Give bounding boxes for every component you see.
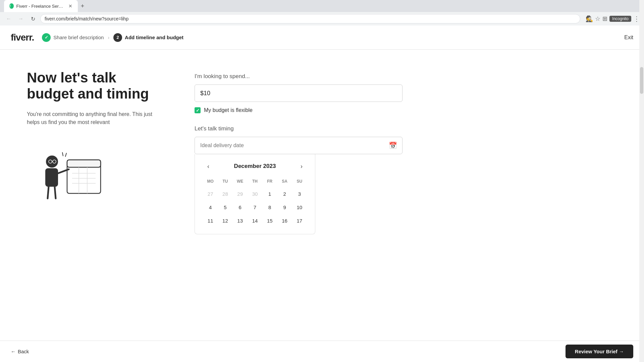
svg-rect-12 bbox=[45, 168, 58, 187]
url-text: fiverr.com/briefs/match/new?source=lihp bbox=[45, 16, 128, 21]
split-view-icon: ⊞ bbox=[602, 15, 607, 22]
budget-section: I'm looking to spend... ✓ My budget is f… bbox=[195, 73, 402, 113]
bookmark-icon: ☆ bbox=[595, 15, 600, 22]
menu-icon[interactable]: ⋮ bbox=[633, 15, 640, 23]
timing-label: Let's talk timing bbox=[195, 125, 402, 132]
calendar-month-label: December 2023 bbox=[234, 163, 276, 170]
page-title: Now let's talk budget and timing bbox=[27, 70, 154, 102]
calendar-day[interactable]: 1 bbox=[263, 187, 276, 200]
tab-favicon: f bbox=[9, 3, 14, 9]
calendar-day[interactable]: 8 bbox=[263, 201, 276, 214]
back-arrow-icon: ← bbox=[11, 349, 16, 354]
step-1-num: ✓ bbox=[42, 33, 51, 42]
left-panel: Now let's talk budget and timing You're … bbox=[27, 70, 154, 306]
address-bar[interactable]: fiverr.com/briefs/match/new?source=lihp bbox=[40, 14, 580, 23]
footer: ← Back Review Your Brief → bbox=[0, 341, 644, 362]
step-2-label: Add timeline and budget bbox=[125, 35, 183, 40]
day-header-tu: TU bbox=[218, 178, 232, 187]
back-nav-button[interactable]: ← bbox=[4, 14, 13, 23]
new-tab-button[interactable]: + bbox=[78, 1, 87, 11]
calendar-day[interactable]: 5 bbox=[219, 201, 231, 214]
svg-rect-2 bbox=[67, 160, 101, 167]
next-month-button[interactable]: › bbox=[296, 161, 307, 172]
flexible-checkbox[interactable]: ✓ bbox=[195, 107, 201, 113]
timing-section: Let's talk timing 📅 ‹ December 2023 › MO… bbox=[195, 125, 402, 234]
calendar-day[interactable]: 2 bbox=[278, 187, 291, 200]
step-2: 2 Add timeline and budget bbox=[113, 33, 183, 42]
calendar-day[interactable]: 10 bbox=[293, 201, 306, 214]
active-tab[interactable]: f Fiverr - Freelance Services Mar ✕ bbox=[4, 0, 78, 12]
back-label: Back bbox=[18, 349, 29, 354]
step-arrow: › bbox=[108, 35, 109, 40]
app-header: fiverr. ✓ Share brief description › 2 Ad… bbox=[0, 25, 644, 50]
address-bar-icons: 🕵 ☆ ⊞ Incognito ⋮ bbox=[586, 15, 640, 23]
svg-line-15 bbox=[55, 187, 56, 198]
day-header-fr: FR bbox=[262, 178, 277, 187]
step-1: ✓ Share brief description bbox=[42, 33, 104, 42]
incognito-badge: Incognito bbox=[609, 16, 631, 22]
header-left: fiverr. ✓ Share brief description › 2 Ad… bbox=[11, 32, 183, 43]
prev-month-button[interactable]: ‹ bbox=[203, 161, 214, 172]
budget-label: I'm looking to spend... bbox=[195, 73, 402, 80]
illustration-svg bbox=[27, 146, 114, 200]
step-indicator: ✓ Share brief description › 2 Add timeli… bbox=[42, 33, 183, 42]
calendar-icon: 📅 bbox=[389, 141, 397, 149]
calendar-day[interactable]: 11 bbox=[204, 214, 217, 227]
fiverr-logo: fiverr. bbox=[11, 32, 34, 43]
exit-button[interactable]: Exit bbox=[624, 35, 633, 41]
calendar-day[interactable]: 14 bbox=[249, 214, 261, 227]
date-input[interactable] bbox=[195, 137, 402, 154]
day-header-sa: SA bbox=[277, 178, 292, 187]
calendar-day[interactable]: 13 bbox=[234, 214, 247, 227]
flexible-checkbox-row[interactable]: ✓ My budget is flexible bbox=[195, 107, 402, 113]
svg-line-16 bbox=[65, 153, 66, 157]
calendar-day[interactable]: 12 bbox=[219, 214, 231, 227]
day-header-su: SU bbox=[292, 178, 307, 187]
calendar-day[interactable]: 15 bbox=[263, 214, 276, 227]
incognito-icon: 🕵 bbox=[586, 15, 593, 22]
step-2-num: 2 bbox=[113, 33, 122, 42]
reload-button[interactable]: ↻ bbox=[28, 14, 38, 23]
calendar-day: 28 bbox=[219, 187, 231, 200]
calendar-header: ‹ December 2023 › bbox=[203, 161, 307, 172]
tab-close-icon[interactable]: ✕ bbox=[68, 3, 72, 9]
calendar-day[interactable]: 6 bbox=[234, 201, 247, 214]
day-header-mo: MO bbox=[203, 178, 218, 187]
date-input-wrapper: 📅 bbox=[195, 137, 402, 154]
calendar-picker: ‹ December 2023 › MO TU WE TH FR SA SU 2… bbox=[195, 154, 315, 234]
calendar-grid: MO TU WE TH FR SA SU 27 28 29 30 1 2 3 bbox=[203, 178, 307, 227]
review-brief-button[interactable]: Review Your Brief → bbox=[566, 345, 633, 358]
tab-bar: f Fiverr - Freelance Services Mar ✕ + bbox=[0, 0, 644, 12]
calendar-day[interactable]: 17 bbox=[293, 214, 306, 227]
calendar-day: 27 bbox=[204, 187, 217, 200]
day-header-we: WE bbox=[233, 178, 248, 187]
calendar-day[interactable]: 16 bbox=[278, 214, 291, 227]
address-bar-row: ← → ↻ fiverr.com/briefs/match/new?source… bbox=[0, 12, 644, 25]
calendar-day[interactable]: 4 bbox=[204, 201, 217, 214]
main-content: Now let's talk budget and timing You're … bbox=[0, 50, 644, 326]
calendar-day[interactable]: 7 bbox=[249, 201, 261, 214]
budget-input[interactable] bbox=[195, 84, 402, 102]
day-header-th: TH bbox=[248, 178, 262, 187]
calendar-day: 29 bbox=[234, 187, 247, 200]
calendar-day[interactable]: 9 bbox=[278, 201, 291, 214]
page-subtitle: You're not committing to anything final … bbox=[27, 110, 154, 126]
tab-title: Fiverr - Freelance Services Mar bbox=[16, 4, 64, 9]
scrollbar-thumb bbox=[640, 67, 643, 94]
right-panel: I'm looking to spend... ✓ My budget is f… bbox=[195, 70, 402, 306]
checkbox-checkmark: ✓ bbox=[196, 108, 200, 113]
calendar-day[interactable]: 3 bbox=[293, 187, 306, 200]
scrollbar[interactable] bbox=[639, 0, 644, 362]
flexible-checkbox-label: My budget is flexible bbox=[204, 107, 253, 113]
step-1-label: Share brief description bbox=[53, 35, 104, 40]
illustration bbox=[27, 146, 114, 201]
budget-input-wrapper bbox=[195, 84, 402, 102]
svg-line-17 bbox=[62, 153, 63, 156]
svg-text:f: f bbox=[10, 4, 11, 8]
browser-chrome: f Fiverr - Freelance Services Mar ✕ + ← … bbox=[0, 0, 644, 25]
svg-line-14 bbox=[48, 187, 49, 198]
back-button[interactable]: ← Back bbox=[11, 349, 29, 354]
forward-nav-button[interactable]: → bbox=[16, 14, 25, 23]
calendar-day: 30 bbox=[249, 187, 261, 200]
